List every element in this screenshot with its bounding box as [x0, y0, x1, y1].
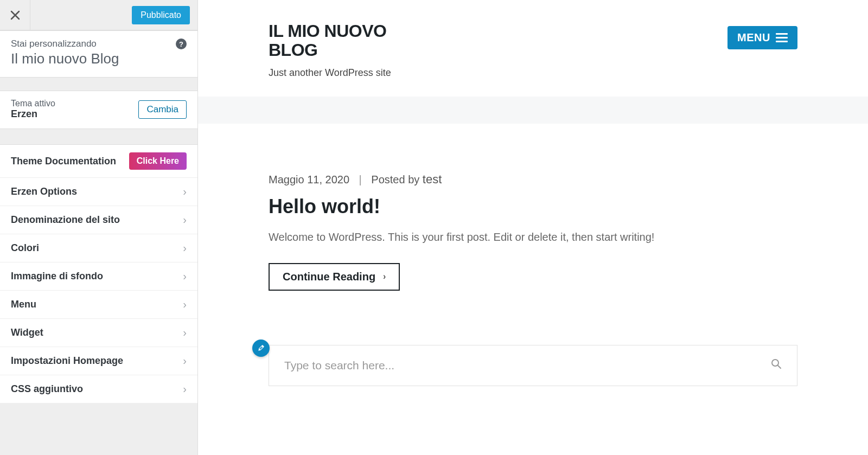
- customizer-sidebar: Pubblicato Stai personalizzando Il mio n…: [0, 0, 198, 455]
- svg-point-0: [772, 360, 778, 366]
- customizer-header-panel: Stai personalizzando Il mio nuovo Blog ?: [0, 30, 197, 78]
- meta-separator: |: [359, 174, 362, 185]
- site-title[interactable]: IL MIO NUOVO BLOG: [269, 22, 399, 60]
- close-icon: [10, 10, 20, 20]
- continue-reading-label: Continue Reading: [283, 271, 375, 283]
- site-branding: IL MIO NUOVO BLOG Just another WordPress…: [269, 22, 399, 80]
- chevron-right-icon: ›: [183, 270, 187, 283]
- section-widget[interactable]: Widget ›: [0, 319, 197, 347]
- section-label: CSS aggiuntivo: [11, 383, 83, 395]
- chevron-right-icon: ›: [183, 326, 187, 339]
- customizing-label: Stai personalizzando: [11, 39, 187, 49]
- section-label: Denominazione del sito: [11, 214, 120, 226]
- chevron-right-icon: ›: [183, 242, 187, 254]
- chevron-right-icon: ›: [183, 185, 187, 198]
- help-icon[interactable]: ?: [176, 39, 187, 49]
- change-theme-button[interactable]: Cambia: [138, 100, 187, 119]
- post-meta: Maggio 11, 2020 | Posted by test: [269, 172, 797, 187]
- section-homepage-settings[interactable]: Impostazioni Homepage ›: [0, 347, 197, 375]
- post-excerpt: Welcome to WordPress. This is your first…: [269, 231, 797, 243]
- menu-label: MENU: [737, 31, 770, 44]
- section-site-identity[interactable]: Denominazione del sito ›: [0, 206, 197, 234]
- customizer-actions: Pubblicato: [0, 0, 197, 30]
- hamburger-icon: [776, 33, 788, 42]
- section-label: Immagine di sfondo: [11, 271, 103, 282]
- active-theme-panel: Tema attivo Erzen Cambia: [0, 91, 197, 129]
- widget-area: [198, 307, 868, 419]
- chevron-right-icon: ›: [183, 214, 187, 226]
- post-title[interactable]: Hello world!: [269, 195, 797, 218]
- site-header: IL MIO NUOVO BLOG Just another WordPress…: [198, 0, 868, 97]
- section-erzen-options[interactable]: Erzen Options ›: [0, 178, 197, 206]
- menu-toggle-button[interactable]: MENU: [727, 26, 797, 49]
- section-menu[interactable]: Menu ›: [0, 291, 197, 319]
- section-theme-documentation[interactable]: Theme Documentation Click Here: [0, 145, 197, 178]
- section-label: Colori: [11, 242, 39, 254]
- posted-by-label: Posted by: [371, 174, 419, 185]
- chevron-right-icon: ›: [183, 355, 187, 367]
- chevron-right-icon: ›: [383, 272, 386, 281]
- active-theme-label: Tema attivo: [11, 99, 55, 108]
- pencil-icon: [257, 344, 265, 352]
- active-theme-name: Erzen: [11, 108, 55, 120]
- post: Maggio 11, 2020 | Posted by test Hello w…: [198, 124, 868, 307]
- section-label: Menu: [11, 299, 36, 310]
- search-icon[interactable]: [771, 358, 782, 373]
- chevron-right-icon: ›: [183, 298, 187, 311]
- site-preview: IL MIO NUOVO BLOG Just another WordPress…: [198, 0, 868, 455]
- chevron-right-icon: ›: [183, 383, 187, 395]
- section-additional-css[interactable]: CSS aggiuntivo ›: [0, 375, 197, 403]
- section-label: Impostazioni Homepage: [11, 355, 123, 367]
- site-tagline: Just another WordPress site: [269, 66, 399, 80]
- section-colors[interactable]: Colori ›: [0, 234, 197, 262]
- section-label: Theme Documentation: [11, 156, 116, 167]
- post-author-name[interactable]: test: [423, 172, 442, 186]
- section-label: Widget: [11, 327, 43, 338]
- doc-click-here-button[interactable]: Click Here: [129, 152, 187, 170]
- edit-shortcut-button[interactable]: [252, 339, 270, 357]
- section-background-image[interactable]: Immagine di sfondo ›: [0, 262, 197, 291]
- publish-button[interactable]: Pubblicato: [132, 6, 190, 24]
- continue-reading-button[interactable]: Continue Reading ›: [269, 263, 400, 291]
- content-divider: [198, 97, 868, 124]
- customizer-sections: Theme Documentation Click Here Erzen Opt…: [0, 144, 197, 403]
- site-name-label: Il mio nuovo Blog: [11, 50, 187, 67]
- search-input[interactable]: [284, 359, 771, 372]
- post-date: Maggio 11, 2020: [269, 174, 349, 185]
- search-widget: [269, 345, 797, 386]
- close-button[interactable]: [0, 0, 30, 30]
- section-label: Erzen Options: [11, 186, 77, 197]
